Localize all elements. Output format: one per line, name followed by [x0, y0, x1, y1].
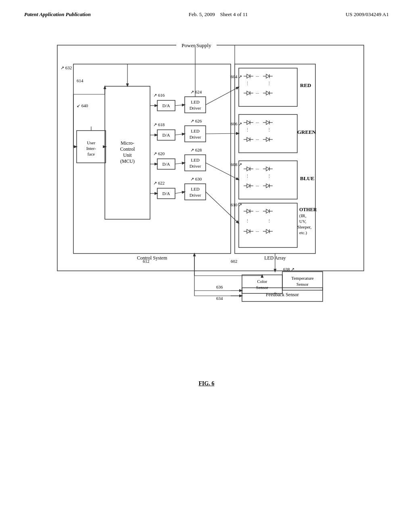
svg-text:Sensor: Sensor	[256, 285, 268, 290]
svg-text:⋮: ⋮	[267, 218, 271, 223]
svg-text:610 ↗: 610 ↗	[231, 202, 242, 207]
svg-rect-130	[242, 275, 282, 293]
svg-marker-94	[247, 184, 250, 188]
svg-rect-34	[235, 64, 315, 254]
page-header: Patent Application Publication Feb. 5, 2…	[0, 0, 413, 18]
svg-text:604 ↗: 604 ↗	[231, 74, 242, 79]
diagram-svg: Power Supply Control System Micro- Contr…	[33, 42, 380, 372]
svg-text:638 ↗: 638 ↗	[283, 267, 294, 272]
svg-text:Temperature: Temperature	[291, 276, 314, 281]
svg-text:612: 612	[143, 259, 150, 264]
svg-text:↗ 622: ↗ 622	[153, 181, 165, 185]
svg-text:face: face	[88, 152, 95, 156]
svg-text:Feedback Sensor: Feedback Sensor	[266, 292, 299, 297]
svg-text:Driver: Driver	[190, 135, 201, 139]
svg-rect-20	[157, 188, 175, 199]
header-publication: Patent Application Publication	[24, 11, 91, 18]
svg-text:⋮: ⋮	[245, 218, 250, 223]
svg-text:↗ 630: ↗ 630	[190, 177, 202, 181]
svg-text:LED: LED	[191, 100, 199, 104]
svg-text:Driver: Driver	[190, 193, 201, 197]
svg-text:Control System: Control System	[137, 255, 167, 261]
svg-text:LED: LED	[191, 187, 199, 191]
svg-text:↙ 640: ↙ 640	[77, 103, 88, 108]
svg-text:User: User	[87, 140, 96, 145]
svg-text:GREEN: GREEN	[297, 129, 316, 135]
svg-text:⋮: ⋮	[245, 81, 250, 86]
svg-rect-31	[185, 184, 206, 200]
svg-text:Unit: Unit	[123, 152, 132, 158]
svg-line-150	[206, 192, 239, 223]
svg-line-149	[206, 163, 239, 180]
svg-rect-18	[157, 159, 175, 169]
svg-text:D/A: D/A	[163, 103, 170, 108]
svg-marker-109	[266, 209, 269, 213]
svg-text:↗ 624: ↗ 624	[190, 89, 202, 94]
svg-rect-28	[185, 155, 206, 171]
svg-line-144	[175, 134, 185, 135]
svg-text:···: ···	[256, 74, 259, 79]
svg-line-146	[175, 192, 185, 193]
svg-text:D/A: D/A	[163, 162, 170, 166]
svg-marker-99	[266, 184, 269, 188]
svg-text:LED Array: LED Array	[264, 255, 286, 261]
svg-marker-83	[247, 167, 250, 171]
svg-rect-3	[73, 64, 231, 254]
svg-text:↗ 628: ↗ 628	[190, 148, 202, 152]
svg-rect-16	[157, 130, 175, 140]
svg-text:608 ↗: 608 ↗	[231, 162, 242, 167]
svg-text:Driver: Driver	[190, 106, 201, 110]
svg-text:···: ···	[256, 166, 259, 171]
svg-rect-0	[57, 45, 364, 271]
svg-rect-25	[185, 126, 206, 142]
svg-marker-46	[266, 74, 269, 78]
svg-marker-67	[266, 121, 269, 125]
svg-text:614: 614	[77, 78, 83, 83]
svg-text:↗ 626: ↗ 626	[190, 118, 202, 123]
svg-text:Power Supply: Power Supply	[181, 42, 211, 48]
svg-text:UV,: UV,	[299, 219, 306, 224]
svg-text:↗ 620: ↗ 620	[153, 151, 165, 156]
svg-text:↗ 632: ↗ 632	[60, 65, 72, 70]
svg-rect-39	[239, 203, 297, 247]
svg-text:Driver: Driver	[190, 164, 201, 168]
svg-text:···: ···	[256, 229, 259, 234]
svg-text:Sensor: Sensor	[296, 282, 309, 287]
svg-text:Micro-: Micro-	[121, 140, 134, 146]
svg-marker-62	[247, 121, 250, 125]
svg-rect-36	[239, 68, 297, 106]
svg-text:···: ···	[256, 91, 259, 96]
svg-text:↗ 618: ↗ 618	[153, 122, 165, 127]
svg-text:D/A: D/A	[163, 191, 170, 196]
svg-rect-133	[282, 272, 323, 290]
svg-text:D/A: D/A	[163, 133, 170, 137]
svg-text:···: ···	[256, 183, 259, 188]
svg-text:LED: LED	[191, 158, 199, 162]
svg-text:(IR,: (IR,	[299, 213, 307, 218]
header-date-sheet: Feb. 5, 2009 Sheet 4 of 11	[189, 11, 248, 18]
svg-rect-37	[239, 114, 297, 153]
svg-rect-5	[105, 86, 150, 219]
svg-marker-73	[247, 137, 250, 141]
svg-text:⋮: ⋮	[245, 174, 250, 179]
svg-line-147	[206, 87, 239, 105]
header-patent-number: US 2009/034249 A1	[346, 11, 389, 18]
svg-text:Control: Control	[120, 146, 135, 152]
svg-rect-38	[239, 161, 297, 199]
svg-text:Sleeper,: Sleeper,	[297, 224, 312, 229]
svg-text:Color: Color	[257, 279, 267, 284]
svg-text:↗ 616: ↗ 616	[153, 93, 165, 98]
svg-text:602: 602	[231, 259, 238, 264]
svg-text:⋮: ⋮	[245, 127, 250, 132]
svg-text:634: 634	[216, 296, 223, 301]
svg-text:BLUE: BLUE	[300, 175, 314, 181]
svg-line-143	[175, 105, 185, 106]
svg-rect-128	[242, 288, 323, 301]
svg-rect-1	[176, 43, 217, 48]
svg-rect-14	[157, 100, 175, 111]
svg-rect-22	[185, 97, 206, 113]
svg-marker-104	[247, 209, 250, 213]
svg-marker-115	[247, 229, 250, 233]
svg-text:(MCU): (MCU)	[120, 158, 134, 164]
svg-text:⋮: ⋮	[267, 127, 271, 132]
